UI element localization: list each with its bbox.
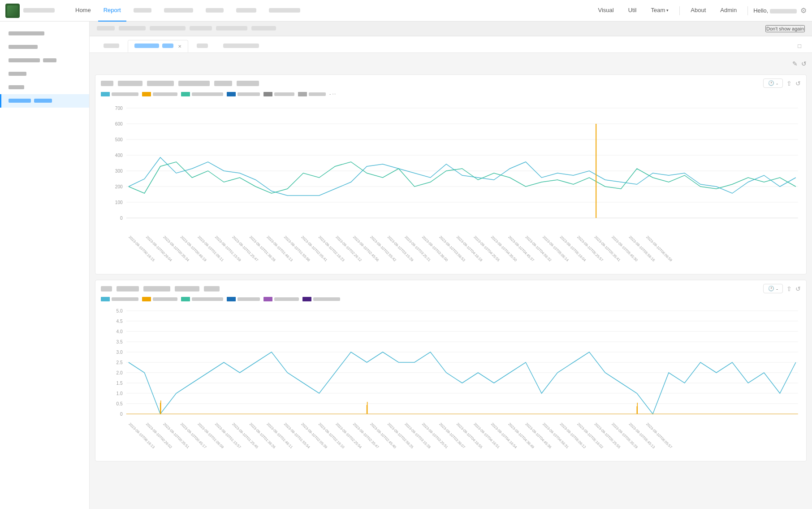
legend-bottom-item-2 xyxy=(142,297,177,301)
sidebar-item-6[interactable] xyxy=(0,94,89,108)
legend-item-4 xyxy=(227,92,260,96)
legend-bottom-color-4 xyxy=(227,297,236,301)
tab-3[interactable] xyxy=(190,40,215,52)
svg-text:0: 0 xyxy=(120,216,123,221)
legend-item-1 xyxy=(101,92,138,96)
legend-bottom-color-2 xyxy=(142,297,151,301)
tab-add-button[interactable]: □ xyxy=(794,40,805,52)
sidebar xyxy=(0,22,90,509)
legend-label-5 xyxy=(274,92,294,96)
chart-svg-bottom-element: 5.0 4.5 4.0 3.5 3.0 2.5 2.0 1.5 1.0 0.5 … xyxy=(99,304,803,421)
refresh-icon-top2[interactable]: ↺ xyxy=(795,80,801,87)
nav-item-4[interactable] xyxy=(159,0,199,22)
svg-text:100: 100 xyxy=(115,200,123,205)
svg-text:500: 500 xyxy=(115,137,123,142)
legend-color-5 xyxy=(263,92,272,96)
legend-bottom-color-5 xyxy=(263,297,272,301)
refresh-icon-bottom[interactable]: ↺ xyxy=(795,285,801,292)
legend-color-2 xyxy=(142,92,151,96)
legend-color-6 xyxy=(298,92,307,96)
legend-bottom-color-3 xyxy=(181,297,190,301)
svg-text:0.5: 0.5 xyxy=(117,401,123,406)
legend-color-3 xyxy=(181,92,190,96)
sidebar-item-2[interactable] xyxy=(0,40,89,54)
chart-controls-top: 🕐 - ⇧ ↺ xyxy=(763,78,801,88)
chart-title-top xyxy=(101,81,259,86)
sidebar-item-5[interactable] xyxy=(0,81,89,94)
legend-item-6 xyxy=(298,92,326,96)
refresh-icon-top[interactable]: ↺ xyxy=(801,60,807,67)
chart-svg-top: 700 600 500 400 300 200 100 0 xyxy=(95,99,806,274)
legend-label-6 xyxy=(309,92,326,96)
banner-dismiss-button[interactable]: Don't show again xyxy=(765,25,805,32)
legend-more: - ··· xyxy=(329,91,336,96)
clock-icon-bottom: 🕐 xyxy=(768,286,774,291)
clock-icon: 🕐 xyxy=(768,80,774,86)
legend-item-5 xyxy=(263,92,294,96)
navbar: Home Report Visual Util Team ▾ About Adm… xyxy=(0,0,812,22)
chart-header-top: 🕐 - ⇧ ↺ xyxy=(95,75,806,90)
chart-xaxis-bottom: 2023-09-10T08:16:13 2023-09-10T00:26:02 … xyxy=(99,422,803,458)
chart-legend-top: - ··· xyxy=(95,90,806,99)
svg-text:2.0: 2.0 xyxy=(117,370,123,375)
nav-item-team[interactable]: Team ▾ xyxy=(646,0,674,22)
nav-item-7[interactable] xyxy=(263,0,306,22)
share-icon-bottom[interactable]: ⇧ xyxy=(786,285,792,292)
time-selector-top[interactable]: 🕐 - xyxy=(763,78,783,88)
chart-header-bottom: 🕐 - ⇧ ↺ xyxy=(95,280,806,295)
tab-2[interactable]: ✕ xyxy=(128,40,188,52)
share-icon-top[interactable]: ⇧ xyxy=(786,80,792,87)
svg-text:5.0: 5.0 xyxy=(117,309,123,313)
nav-item-3[interactable] xyxy=(128,0,157,22)
nav-right: Visual Util Team ▾ About Admin Hello, ⚙ xyxy=(593,0,807,22)
legend-bottom-label-1 xyxy=(112,297,138,301)
nav-hello-text: Hello, xyxy=(753,7,797,14)
nav-item-admin[interactable]: Admin xyxy=(715,0,742,22)
nav-item-about[interactable]: About xyxy=(685,0,711,22)
tab-4[interactable] xyxy=(216,40,266,52)
chart-svg-top-element: 700 600 500 400 300 200 100 0 xyxy=(99,99,803,234)
nav-separator-2 xyxy=(747,6,748,15)
tab-close-icon[interactable]: ✕ xyxy=(178,44,181,49)
legend-bottom-label-3 xyxy=(192,297,223,301)
edit-icon[interactable]: ✎ xyxy=(792,60,798,67)
nav-item-visual[interactable]: Visual xyxy=(593,0,619,22)
chart-xaxis-top: 2023-09-10T00:16:15 2023-09-10T00:26:04 … xyxy=(99,235,803,271)
nav-item-util[interactable]: Util xyxy=(623,0,642,22)
sidebar-item-4[interactable] xyxy=(0,67,89,81)
legend-bottom-color-1 xyxy=(101,297,110,301)
svg-text:1.0: 1.0 xyxy=(117,391,123,396)
banner-message xyxy=(97,26,276,31)
nav-item-home[interactable]: Home xyxy=(70,0,96,22)
svg-text:400: 400 xyxy=(115,153,123,158)
time-selector-bottom[interactable]: 🕐 - xyxy=(763,284,783,293)
settings-icon[interactable]: ⚙ xyxy=(800,6,807,15)
main-wrapper: Don't show again ✕ □ ✎ xyxy=(0,22,812,509)
app-logo[interactable] xyxy=(5,4,20,18)
time-label-bottom: - xyxy=(776,286,778,291)
content-area: Don't show again ✕ □ ✎ xyxy=(90,22,812,509)
nav-item-report[interactable]: Report xyxy=(98,0,126,22)
legend-bottom-item-5 xyxy=(263,297,299,301)
legend-item-3 xyxy=(181,92,223,96)
chart-svg-bottom: 5.0 4.5 4.0 3.5 3.0 2.5 2.0 1.5 1.0 0.5 … xyxy=(95,304,806,461)
svg-text:2.5: 2.5 xyxy=(117,360,123,365)
sidebar-item-1[interactable] xyxy=(0,27,89,40)
chart-panel-top: 🕐 - ⇧ ↺ xyxy=(95,74,807,274)
svg-text:3.5: 3.5 xyxy=(117,339,123,344)
svg-text:300: 300 xyxy=(115,169,123,174)
sidebar-item-3[interactable] xyxy=(0,54,89,67)
banner: Don't show again xyxy=(90,22,812,36)
legend-color-1 xyxy=(101,92,110,96)
app-name xyxy=(23,8,59,13)
legend-bottom-label-5 xyxy=(274,297,299,301)
svg-text:3.0: 3.0 xyxy=(117,350,123,355)
legend-bottom-item-1 xyxy=(101,297,138,301)
tabs-bar: ✕ □ xyxy=(90,36,812,53)
legend-label-2 xyxy=(153,92,177,96)
nav-item-6[interactable] xyxy=(231,0,262,22)
svg-text:4.5: 4.5 xyxy=(117,319,123,324)
tab-1[interactable] xyxy=(97,40,126,52)
nav-item-5[interactable] xyxy=(200,0,229,22)
chart-legend-bottom xyxy=(95,295,806,304)
